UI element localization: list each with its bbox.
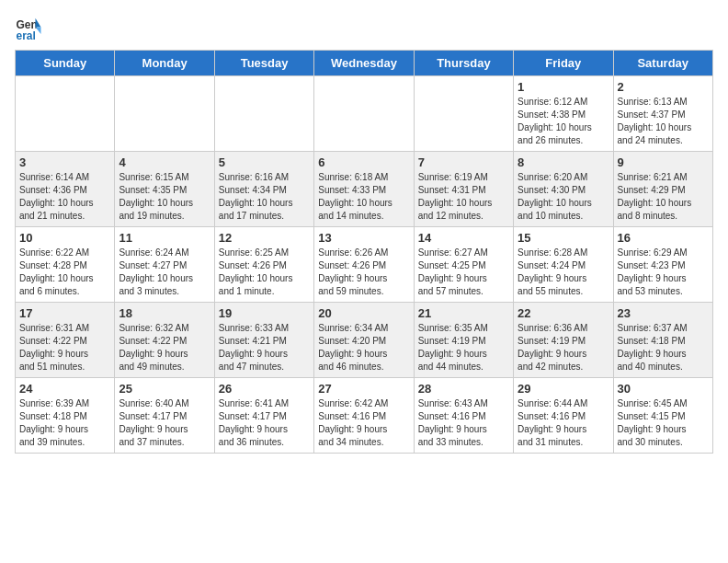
- day-number: 11: [119, 231, 210, 245]
- day-info: Sunrise: 6:41 AM Sunset: 4:17 PM Dayligh…: [219, 397, 310, 449]
- day-number: 26: [219, 382, 310, 396]
- day-number: 6: [318, 155, 409, 169]
- day-number: 5: [219, 155, 310, 169]
- day-number: 24: [19, 382, 110, 396]
- day-info: Sunrise: 6:22 AM Sunset: 4:28 PM Dayligh…: [19, 247, 110, 298]
- day-cell: 19Sunrise: 6:33 AM Sunset: 4:21 PM Dayli…: [214, 303, 313, 378]
- day-number: 9: [618, 155, 709, 169]
- day-number: 19: [219, 306, 310, 320]
- day-info: Sunrise: 6:21 AM Sunset: 4:29 PM Dayligh…: [618, 171, 709, 223]
- day-cell: 13Sunrise: 6:26 AM Sunset: 4:26 PM Dayli…: [314, 227, 414, 303]
- day-cell: 29Sunrise: 6:44 AM Sunset: 4:16 PM Dayli…: [514, 378, 613, 454]
- day-cell: 7Sunrise: 6:19 AM Sunset: 4:31 PM Daylig…: [414, 152, 513, 227]
- week-row-1: 1Sunrise: 6:12 AM Sunset: 4:38 PM Daylig…: [16, 76, 713, 152]
- day-cell: [214, 76, 313, 152]
- day-number: 29: [518, 382, 609, 396]
- day-cell: 25Sunrise: 6:40 AM Sunset: 4:17 PM Dayli…: [115, 378, 214, 454]
- day-info: Sunrise: 6:37 AM Sunset: 4:18 PM Dayligh…: [618, 322, 709, 373]
- day-number: 8: [518, 155, 609, 169]
- day-cell: 22Sunrise: 6:36 AM Sunset: 4:19 PM Dayli…: [514, 303, 613, 378]
- day-cell: 5Sunrise: 6:16 AM Sunset: 4:34 PM Daylig…: [214, 152, 313, 227]
- day-number: 27: [318, 382, 409, 396]
- svg-text:eral: eral: [17, 29, 36, 42]
- day-number: 10: [19, 231, 110, 245]
- header: Gen eral: [15, 15, 713, 42]
- day-number: 17: [19, 306, 110, 320]
- day-cell: 11Sunrise: 6:24 AM Sunset: 4:27 PM Dayli…: [115, 227, 214, 303]
- day-number: 1: [518, 80, 609, 94]
- day-info: Sunrise: 6:45 AM Sunset: 4:15 PM Dayligh…: [618, 397, 709, 449]
- day-cell: 27Sunrise: 6:42 AM Sunset: 4:16 PM Dayli…: [314, 378, 414, 454]
- day-info: Sunrise: 6:16 AM Sunset: 4:34 PM Dayligh…: [219, 171, 310, 223]
- weekday-header-friday: Friday: [514, 51, 613, 76]
- day-number: 7: [418, 155, 509, 169]
- day-info: Sunrise: 6:20 AM Sunset: 4:30 PM Dayligh…: [518, 171, 609, 223]
- day-cell: 18Sunrise: 6:32 AM Sunset: 4:22 PM Dayli…: [115, 303, 214, 378]
- day-cell: [414, 76, 513, 152]
- day-number: 14: [418, 231, 509, 245]
- day-info: Sunrise: 6:24 AM Sunset: 4:27 PM Dayligh…: [119, 247, 210, 298]
- day-cell: 14Sunrise: 6:27 AM Sunset: 4:25 PM Dayli…: [414, 227, 513, 303]
- day-cell: 23Sunrise: 6:37 AM Sunset: 4:18 PM Dayli…: [613, 303, 712, 378]
- day-cell: 4Sunrise: 6:15 AM Sunset: 4:35 PM Daylig…: [115, 152, 214, 227]
- day-info: Sunrise: 6:12 AM Sunset: 4:38 PM Dayligh…: [518, 96, 609, 147]
- day-cell: 28Sunrise: 6:43 AM Sunset: 4:16 PM Dayli…: [414, 378, 513, 454]
- day-cell: 20Sunrise: 6:34 AM Sunset: 4:20 PM Dayli…: [314, 303, 414, 378]
- day-number: 12: [219, 231, 310, 245]
- day-info: Sunrise: 6:42 AM Sunset: 4:16 PM Dayligh…: [318, 397, 409, 449]
- day-number: 23: [618, 306, 709, 320]
- day-number: 28: [418, 382, 509, 396]
- day-info: Sunrise: 6:19 AM Sunset: 4:31 PM Dayligh…: [418, 171, 509, 223]
- week-row-3: 10Sunrise: 6:22 AM Sunset: 4:28 PM Dayli…: [16, 227, 713, 303]
- day-info: Sunrise: 6:39 AM Sunset: 4:18 PM Dayligh…: [19, 397, 110, 449]
- day-cell: [314, 76, 414, 152]
- day-number: 16: [618, 231, 709, 245]
- day-number: 25: [119, 382, 210, 396]
- weekday-header-tuesday: Tuesday: [214, 51, 313, 76]
- day-cell: 9Sunrise: 6:21 AM Sunset: 4:29 PM Daylig…: [613, 152, 712, 227]
- day-info: Sunrise: 6:36 AM Sunset: 4:19 PM Dayligh…: [518, 322, 609, 373]
- day-cell: 1Sunrise: 6:12 AM Sunset: 4:38 PM Daylig…: [514, 76, 613, 152]
- day-number: 2: [618, 80, 709, 94]
- week-row-4: 17Sunrise: 6:31 AM Sunset: 4:22 PM Dayli…: [16, 303, 713, 378]
- weekday-header-monday: Monday: [115, 51, 214, 76]
- day-cell: 12Sunrise: 6:25 AM Sunset: 4:26 PM Dayli…: [214, 227, 313, 303]
- day-info: Sunrise: 6:40 AM Sunset: 4:17 PM Dayligh…: [119, 397, 210, 449]
- day-info: Sunrise: 6:28 AM Sunset: 4:24 PM Dayligh…: [518, 247, 609, 298]
- day-cell: 6Sunrise: 6:18 AM Sunset: 4:33 PM Daylig…: [314, 152, 414, 227]
- day-cell: 15Sunrise: 6:28 AM Sunset: 4:24 PM Dayli…: [514, 227, 613, 303]
- day-info: Sunrise: 6:25 AM Sunset: 4:26 PM Dayligh…: [219, 247, 310, 298]
- day-info: Sunrise: 6:15 AM Sunset: 4:35 PM Dayligh…: [119, 171, 210, 223]
- day-cell: 26Sunrise: 6:41 AM Sunset: 4:17 PM Dayli…: [214, 378, 313, 454]
- day-info: Sunrise: 6:27 AM Sunset: 4:25 PM Dayligh…: [418, 247, 509, 298]
- day-cell: 3Sunrise: 6:14 AM Sunset: 4:36 PM Daylig…: [16, 152, 115, 227]
- day-cell: 2Sunrise: 6:13 AM Sunset: 4:37 PM Daylig…: [613, 76, 712, 152]
- day-info: Sunrise: 6:44 AM Sunset: 4:16 PM Dayligh…: [518, 397, 609, 449]
- day-number: 30: [618, 382, 709, 396]
- weekday-header-thursday: Thursday: [414, 51, 513, 76]
- day-number: 21: [418, 306, 509, 320]
- day-info: Sunrise: 6:32 AM Sunset: 4:22 PM Dayligh…: [119, 322, 210, 373]
- day-info: Sunrise: 6:13 AM Sunset: 4:37 PM Dayligh…: [618, 96, 709, 147]
- day-info: Sunrise: 6:29 AM Sunset: 4:23 PM Dayligh…: [618, 247, 709, 298]
- week-row-5: 24Sunrise: 6:39 AM Sunset: 4:18 PM Dayli…: [16, 378, 713, 454]
- day-number: 13: [318, 231, 409, 245]
- day-cell: 8Sunrise: 6:20 AM Sunset: 4:30 PM Daylig…: [514, 152, 613, 227]
- day-cell: 21Sunrise: 6:35 AM Sunset: 4:19 PM Dayli…: [414, 303, 513, 378]
- day-cell: 10Sunrise: 6:22 AM Sunset: 4:28 PM Dayli…: [16, 227, 115, 303]
- day-number: 3: [19, 155, 110, 169]
- day-number: 22: [518, 306, 609, 320]
- weekday-header-saturday: Saturday: [613, 51, 712, 76]
- logo: Gen eral: [15, 15, 46, 42]
- day-number: 18: [119, 306, 210, 320]
- day-info: Sunrise: 6:35 AM Sunset: 4:19 PM Dayligh…: [418, 322, 509, 373]
- day-cell: [115, 76, 214, 152]
- day-info: Sunrise: 6:43 AM Sunset: 4:16 PM Dayligh…: [418, 397, 509, 449]
- day-cell: 16Sunrise: 6:29 AM Sunset: 4:23 PM Dayli…: [613, 227, 712, 303]
- day-info: Sunrise: 6:14 AM Sunset: 4:36 PM Dayligh…: [19, 171, 110, 223]
- weekday-header-sunday: Sunday: [16, 51, 115, 76]
- weekday-header-wednesday: Wednesday: [314, 51, 414, 76]
- day-cell: 24Sunrise: 6:39 AM Sunset: 4:18 PM Dayli…: [16, 378, 115, 454]
- day-number: 20: [318, 306, 409, 320]
- day-number: 15: [518, 231, 609, 245]
